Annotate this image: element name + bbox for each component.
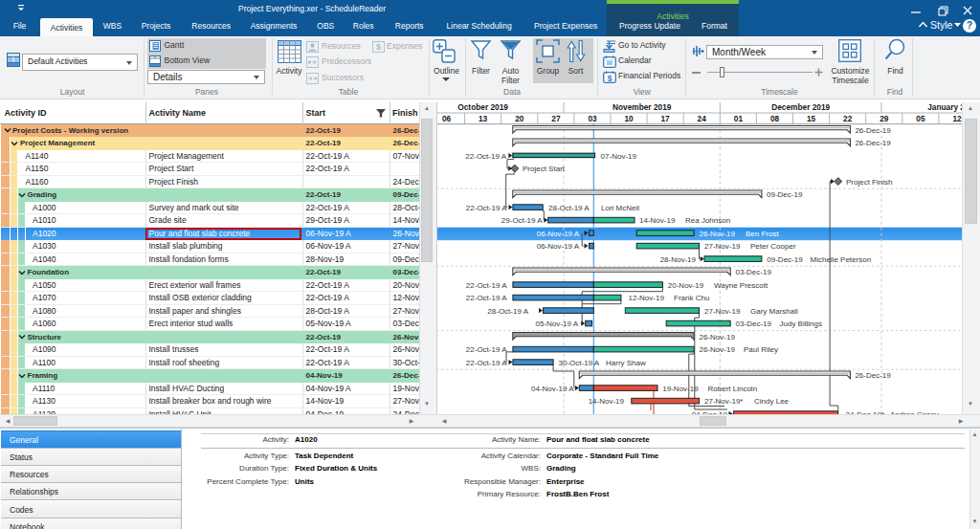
svg-text:26-Dec-19: 26-Dec-19	[855, 371, 891, 380]
svg-text:08: 08	[770, 114, 780, 123]
svg-text:Cindy Lee: Cindy Lee	[754, 397, 790, 406]
svg-text:December 2019: December 2019	[771, 102, 830, 112]
svg-text:22-Oct-19 A: 22-Oct-19 A	[466, 281, 507, 290]
svg-text:26-Dec-19: 26-Dec-19	[855, 126, 891, 135]
svg-text:Rea Johnson: Rea Johnson	[685, 216, 730, 225]
svg-text:January 2020: January 2020	[927, 102, 962, 112]
svg-text:28-Oct-19 A: 28-Oct-19 A	[548, 204, 590, 212]
svg-text:10: 10	[624, 114, 634, 123]
svg-text:Michelle Peterson: Michelle Peterson	[811, 255, 872, 264]
svg-text:13: 13	[479, 114, 488, 123]
svg-text:04-Nov-19 A: 04-Nov-19 A	[531, 385, 574, 393]
svg-text:Project Finish: Project Finish	[846, 178, 892, 187]
svg-text:Paul Riley: Paul Riley	[744, 345, 778, 354]
svg-text:03: 03	[588, 114, 597, 123]
svg-text:12: 12	[952, 114, 962, 123]
svg-text:$: $	[376, 42, 381, 52]
svg-text:03-Dec-19: 03-Dec-19	[736, 320, 772, 328]
svg-text:27-Nov-19: 27-Nov-19	[704, 242, 741, 251]
svg-text:07-Nov-19: 07-Nov-19	[601, 152, 637, 161]
svg-text:03-Dec-19: 03-Dec-19	[736, 268, 772, 276]
svg-text:Wayne Prescott: Wayne Prescott	[714, 281, 768, 290]
svg-text:22: 22	[843, 114, 853, 123]
svg-text:Lori McNeil: Lori McNeil	[601, 204, 639, 212]
svg-text:29: 29	[880, 114, 889, 123]
svg-text:Ben Frost: Ben Frost	[746, 230, 779, 238]
svg-text:22-Oct-19 A: 22-Oct-19 A	[466, 294, 507, 302]
svg-text:22-Oct-19 A: 22-Oct-19 A	[466, 204, 507, 212]
svg-text:09-Dec-19: 09-Dec-19	[767, 255, 803, 264]
svg-text:24: 24	[698, 114, 707, 123]
svg-text:19-Nov-19: 19-Nov-19	[662, 385, 699, 393]
svg-text:06-Nov-19 A: 06-Nov-19 A	[537, 230, 580, 238]
svg-text:30-Oct-19 A: 30-Oct-19 A	[559, 359, 600, 367]
svg-text:November 2019: November 2019	[612, 102, 672, 112]
svg-text:27-Nov-19: 27-Nov-19	[704, 307, 741, 316]
svg-text:09-Dec-19: 09-Dec-19	[767, 190, 803, 199]
svg-text:14-Nov-19: 14-Nov-19	[589, 397, 625, 406]
svg-text:01: 01	[734, 114, 744, 123]
svg-text:20: 20	[515, 114, 524, 123]
svg-text:$: $	[608, 73, 612, 82]
svg-text:27-Nov-19*: 27-Nov-19*	[704, 397, 743, 406]
svg-text:Harry Shaw: Harry Shaw	[606, 359, 646, 367]
svg-text:06: 06	[442, 114, 452, 123]
svg-text:26-Nov-19: 26-Nov-19	[700, 333, 736, 342]
svg-text:October 2019: October 2019	[457, 102, 508, 112]
svg-text:28-Nov-19: 28-Nov-19	[660, 255, 697, 264]
svg-text:Gary Marshall: Gary Marshall	[750, 307, 798, 316]
svg-text:22-Oct-19 A: 22-Oct-19 A	[466, 345, 507, 354]
svg-text:22-Oct-19 A: 22-Oct-19 A	[466, 359, 507, 367]
svg-text:Judy Billings: Judy Billings	[780, 320, 822, 328]
svg-text:15: 15	[807, 114, 816, 123]
svg-text:Project Start: Project Start	[523, 165, 566, 173]
svg-text:26-Nov-19: 26-Nov-19	[700, 230, 736, 238]
svg-text:Peter Cooper: Peter Cooper	[750, 242, 796, 251]
svg-text:06-Nov-19 A: 06-Nov-19 A	[537, 242, 580, 251]
svg-text:22-Oct-19 A: 22-Oct-19 A	[465, 152, 506, 161]
svg-text:05-Nov-19 A: 05-Nov-19 A	[536, 320, 579, 328]
svg-text:26-Nov-19: 26-Nov-19	[700, 345, 736, 354]
svg-text:05: 05	[916, 114, 925, 123]
svg-text:12-Nov-19: 12-Nov-19	[629, 294, 665, 302]
svg-text:17: 17	[660, 114, 670, 123]
svg-text:28-Oct-19 A: 28-Oct-19 A	[487, 307, 528, 316]
svg-text:Frank Chu: Frank Chu	[674, 294, 709, 302]
svg-text:29-Oct-19 A: 29-Oct-19 A	[501, 216, 543, 225]
svg-text:26-Dec-19: 26-Dec-19	[855, 139, 891, 147]
svg-text:Robert Lincoln: Robert Lincoln	[708, 385, 758, 393]
svg-text:20-Nov-19: 20-Nov-19	[668, 281, 704, 290]
svg-text:14-Nov-19: 14-Nov-19	[639, 216, 676, 225]
svg-text:27: 27	[551, 114, 561, 123]
